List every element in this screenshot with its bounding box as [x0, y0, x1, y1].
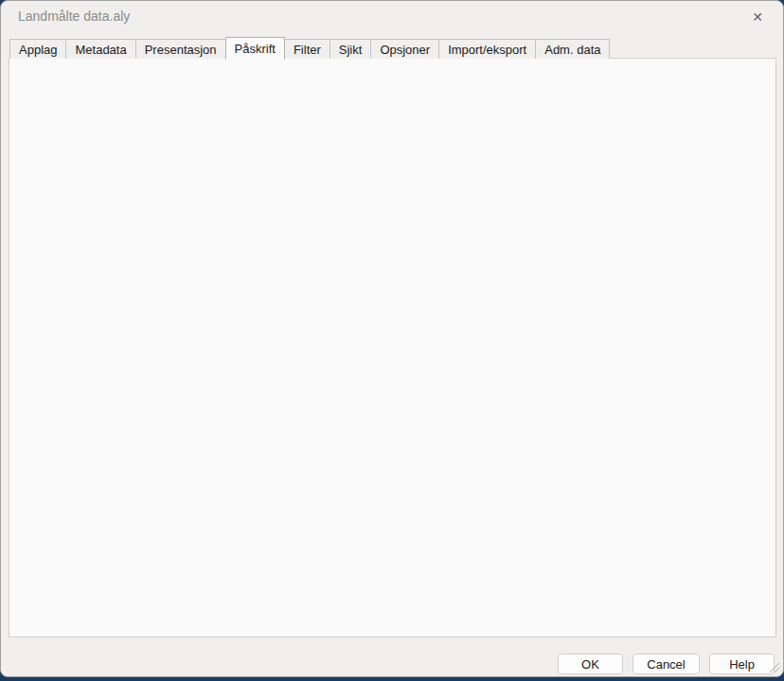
- dialog-window: Landmålte data.aly ✕ Applag Metadata Pre…: [0, 0, 784, 677]
- tab-filter[interactable]: Filter: [284, 39, 330, 59]
- close-icon[interactable]: ✕: [739, 5, 775, 29]
- tab-applag[interactable]: Applag: [9, 39, 66, 59]
- help-button[interactable]: Help: [709, 654, 775, 674]
- window-title: Landmålte data.aly: [18, 9, 130, 24]
- cancel-button[interactable]: Cancel: [633, 654, 700, 674]
- tab-adm-data[interactable]: Adm. data: [535, 39, 610, 59]
- resize-grip[interactable]: [767, 660, 780, 673]
- tab-opsjoner[interactable]: Opsjoner: [370, 39, 439, 59]
- titlebar: Landmålte data.aly ✕: [1, 1, 783, 31]
- ok-button[interactable]: OK: [558, 654, 623, 674]
- tab-presentasjon[interactable]: Presentasjon: [135, 39, 226, 59]
- tab-strip: Applag Metadata Presentasjon Påskrift Fi…: [9, 36, 609, 59]
- tab-paaskrift[interactable]: Påskrift: [225, 37, 285, 60]
- tab-page: [9, 58, 776, 637]
- tab-sjikt[interactable]: Sjikt: [330, 39, 372, 59]
- tab-metadata[interactable]: Metadata: [65, 39, 135, 59]
- tab-import-eksport[interactable]: Import/eksport: [438, 39, 536, 59]
